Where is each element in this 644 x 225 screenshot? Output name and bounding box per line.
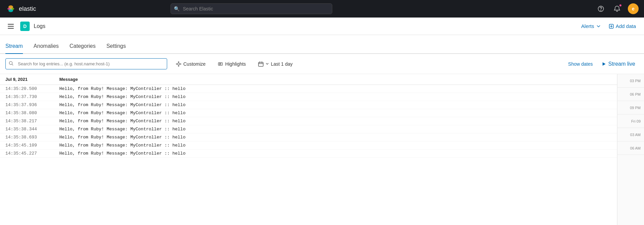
- nav-right-actions: e: [595, 3, 639, 14]
- message-column-header: Message: [59, 77, 612, 82]
- timeline-sidebar: 03 PM06 PM09 PMFri 0903 AM06 AM: [617, 74, 644, 225]
- help-icon[interactable]: [595, 3, 606, 14]
- log-table[interactable]: Jul 9, 2021 Message 14:35:20.500Hello, f…: [0, 74, 617, 225]
- log-timestamp: 14:35:45.109: [5, 143, 59, 148]
- top-navigation: elastic 🔍 e: [0, 0, 644, 18]
- log-timestamp: 14:35:38.344: [5, 127, 59, 132]
- log-row[interactable]: 14:35:45.227Hello, from Ruby! Message: M…: [0, 150, 617, 158]
- highlights-button[interactable]: Highlights: [214, 59, 249, 69]
- svg-point-5: [9, 7, 12, 10]
- add-data-button[interactable]: Add data: [606, 22, 639, 30]
- log-table-header: Jul 9, 2021 Message: [0, 74, 617, 85]
- global-search-bar[interactable]: 🔍: [171, 3, 332, 14]
- svg-point-7: [601, 10, 601, 11]
- log-row[interactable]: 14:35:38.344Hello, from Ruby! Message: M…: [0, 125, 617, 133]
- tab-anomalies[interactable]: Anomalies: [34, 43, 59, 54]
- customize-label: Customize: [183, 61, 206, 67]
- log-message: Hello, from Ruby! Message: MyController …: [59, 151, 612, 156]
- time-range-label: Last 1 day: [271, 61, 293, 67]
- app-title: Logs: [34, 23, 45, 29]
- svg-point-14: [178, 62, 179, 62]
- svg-rect-8: [8, 24, 14, 25]
- log-row[interactable]: 14:35:20.500Hello, from Ruby! Message: M…: [0, 85, 617, 93]
- log-search-icon: [9, 61, 13, 67]
- tab-settings[interactable]: Settings: [106, 43, 126, 54]
- alerts-label: Alerts: [581, 23, 594, 29]
- timeline-time-label: 09 PM: [617, 101, 644, 115]
- svg-point-16: [176, 64, 177, 64]
- log-row[interactable]: 14:35:38.693Hello, from Ruby! Message: M…: [0, 133, 617, 141]
- log-timestamp: 14:35:37.936: [5, 102, 59, 107]
- svg-point-15: [178, 66, 179, 66]
- main-content: Jul 9, 2021 Message 14:35:20.500Hello, f…: [0, 74, 644, 225]
- log-message: Hello, from Ruby! Message: MyController …: [59, 143, 612, 148]
- date-column-header: Jul 9, 2021: [5, 77, 59, 82]
- time-range-button[interactable]: Last 1 day: [255, 59, 296, 69]
- toolbar-right: Show dates Stream live: [565, 59, 639, 69]
- search-icon: 🔍: [174, 6, 180, 11]
- log-message: Hello, from Ruby! Message: MyController …: [59, 94, 612, 99]
- alerts-button[interactable]: Alerts: [579, 22, 604, 30]
- second-bar-right: Alerts Add data: [579, 22, 639, 30]
- log-search-input[interactable]: [5, 58, 167, 69]
- log-timestamp: 14:35:38.693: [5, 135, 59, 140]
- notifications-icon[interactable]: [612, 3, 622, 14]
- global-search-input[interactable]: [171, 3, 332, 14]
- tab-stream[interactable]: Stream: [5, 43, 23, 54]
- customize-button[interactable]: Customize: [173, 59, 209, 69]
- tab-categories[interactable]: Categories: [69, 43, 95, 54]
- log-message: Hello, from Ruby! Message: MyController …: [59, 102, 612, 107]
- log-message: Hello, from Ruby! Message: MyController …: [59, 135, 612, 140]
- show-dates-button[interactable]: Show dates: [565, 59, 595, 69]
- user-avatar[interactable]: e: [628, 3, 639, 14]
- log-timestamp: 14:35:38.080: [5, 110, 59, 116]
- log-row[interactable]: 14:35:38.080Hello, from Ruby! Message: M…: [0, 109, 617, 117]
- timeline-time-label: 03 AM: [617, 128, 644, 141]
- log-rows-container: 14:35:20.500Hello, from Ruby! Message: M…: [0, 85, 617, 158]
- stream-live-button[interactable]: Stream live: [598, 59, 639, 69]
- log-timestamp: 14:35:45.227: [5, 151, 59, 156]
- log-search-wrap[interactable]: [5, 58, 167, 69]
- timeline-time-label: 03 PM: [617, 74, 644, 88]
- breadcrumb-bar: D Logs Alerts Add data: [0, 18, 644, 35]
- timeline-time-label: Fri 09: [617, 115, 644, 128]
- log-message: Hello, from Ruby! Message: MyController …: [59, 86, 612, 91]
- toolbar: Customize Highlights Last 1 day Show dat…: [0, 54, 644, 74]
- svg-point-17: [180, 64, 181, 64]
- log-message: Hello, from Ruby! Message: MyController …: [59, 119, 612, 124]
- menu-toggle-button[interactable]: [5, 21, 16, 32]
- log-message: Hello, from Ruby! Message: MyController …: [59, 110, 612, 116]
- notification-badge: [619, 4, 622, 7]
- svg-rect-19: [258, 62, 263, 66]
- highlights-label: Highlights: [225, 61, 246, 67]
- elastic-wordmark: elastic: [19, 5, 36, 12]
- log-timestamp: 14:35:20.500: [5, 86, 59, 91]
- log-row[interactable]: 14:35:38.217Hello, from Ruby! Message: M…: [0, 117, 617, 125]
- log-message: Hello, from Ruby! Message: MyController …: [59, 127, 612, 132]
- tabs-bar: Stream Anomalies Categories Settings: [0, 35, 644, 54]
- timeline-labels: 03 PM06 PM09 PMFri 0903 AM06 AM: [617, 74, 644, 155]
- log-timestamp: 14:35:38.217: [5, 119, 59, 124]
- svg-rect-10: [8, 28, 14, 29]
- log-row[interactable]: 14:35:37.730Hello, from Ruby! Message: M…: [0, 93, 617, 101]
- elastic-logo[interactable]: elastic: [5, 3, 36, 14]
- add-data-label: Add data: [616, 23, 636, 29]
- svg-rect-9: [8, 26, 14, 27]
- log-row[interactable]: 14:35:45.109Hello, from Ruby! Message: M…: [0, 141, 617, 150]
- timeline-time-label: 06 AM: [617, 141, 644, 155]
- log-row[interactable]: 14:35:37.936Hello, from Ruby! Message: M…: [0, 101, 617, 109]
- timeline-time-label: 06 PM: [617, 88, 644, 101]
- stream-live-label: Stream live: [608, 61, 635, 67]
- svg-point-13: [178, 63, 180, 65]
- log-timestamp: 14:35:37.730: [5, 94, 59, 99]
- app-badge: D: [20, 22, 30, 31]
- svg-marker-20: [603, 62, 606, 66]
